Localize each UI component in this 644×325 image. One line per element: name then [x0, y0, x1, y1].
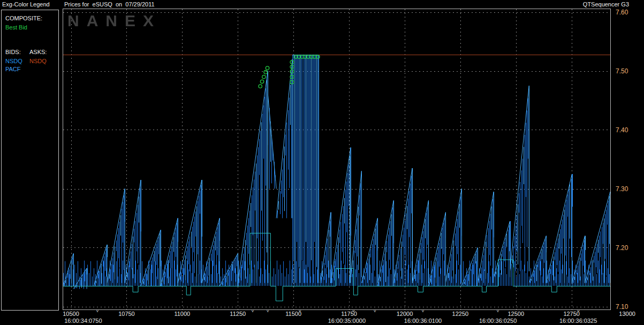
y-axis-labels: 7.607.507.407.307.207.10: [613, 0, 643, 325]
legend-ask-nsdq: NSDQ: [29, 58, 47, 64]
y-tick-label: 7.20: [616, 244, 628, 252]
event-caret-mark: v: [352, 309, 354, 313]
event-caret-mark: v: [96, 309, 99, 313]
x-tick-label: 12500: [507, 311, 524, 317]
x-tick-label: 13000: [619, 311, 635, 317]
composite-header: COMPOSITE:: [5, 15, 42, 21]
y-tick-label: 7.30: [616, 185, 628, 193]
y-tick-label: 7.60: [616, 9, 628, 16]
chart-title: Prices for eSUSQ on 07/29/2011: [64, 1, 155, 7]
qtsequencer-window: Exg-Color Legend Prices for eSUSQ on 07/…: [0, 0, 644, 325]
event-caret-mark: v: [578, 309, 580, 313]
legend-panel-title: Exg-Color Legend: [2, 1, 50, 7]
y-tick-label: 7.40: [616, 126, 628, 134]
x-time-label: 16:00:36:0325: [559, 318, 597, 324]
x-tick-label: 11250: [230, 311, 246, 317]
x-tick-label: 11000: [174, 311, 190, 317]
y-tick-label: 7.50: [616, 67, 628, 75]
event-caret-mark: v: [299, 309, 301, 313]
x-tick-label: 10750: [118, 311, 135, 317]
x-time-label: 16:00:36:0250: [479, 318, 517, 324]
legend-bid-nsdq: NSDQ: [5, 58, 22, 64]
x-time-label: 16:00:35:0000: [328, 318, 366, 324]
event-caret-mark: v: [497, 309, 499, 313]
event-caret-mark: v: [267, 309, 269, 313]
price-chart-canvas[interactable]: [63, 9, 610, 309]
title-bar: Exg-Color Legend Prices for eSUSQ on 07/…: [0, 0, 644, 9]
event-caret-mark: v: [252, 309, 254, 313]
x-tick-label: 11750: [341, 311, 357, 317]
x-time-label: 16:00:34:0750: [64, 318, 102, 324]
x-axis-labels: 1050010750110001125011500117501200012250…: [0, 309, 644, 325]
asks-header: ASKS:: [29, 49, 47, 55]
x-tick-label: 12000: [397, 311, 413, 317]
legend-bid-pacf: PACF: [5, 66, 21, 72]
bids-header: BIDS:: [5, 49, 21, 55]
x-tick-label: 12250: [452, 311, 469, 317]
x-tick-label: 10500: [63, 311, 79, 317]
legend-best-bid: Best Bid: [5, 24, 27, 31]
exchange-color-legend: COMPOSITE: Best Bid BIDS: ASKS: NSDQ NSD…: [1, 10, 59, 311]
x-time-label: 16:00:36:0100: [404, 318, 442, 324]
event-caret-mark: v: [422, 309, 424, 313]
event-caret-mark: v: [374, 309, 376, 313]
chart-plot-area: NANEX: [63, 9, 611, 310]
